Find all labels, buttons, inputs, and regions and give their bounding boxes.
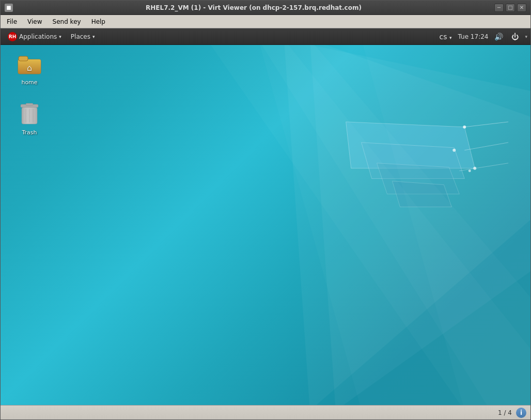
svg-text:⌂: ⌂: [27, 63, 32, 73]
svg-rect-22: [26, 103, 33, 105]
applications-menu-button[interactable]: RH Applications ▾: [4, 31, 66, 42]
minimize-button[interactable]: −: [494, 4, 504, 12]
menu-file[interactable]: File: [3, 17, 21, 26]
power-icon[interactable]: ⏻: [509, 32, 521, 42]
title-bar: ■ RHEL7.2_VM (1) - Virt Viewer (on dhcp-…: [1, 1, 530, 15]
desktop-background: [1, 45, 530, 405]
svg-rect-27: [22, 107, 37, 124]
page-indicator: 1 / 4: [498, 409, 512, 416]
desktop-icons: ⌂ home: [11, 50, 48, 138]
trash-icon-svg: [19, 103, 40, 127]
window-frame: ■ RHEL7.2_VM (1) - Virt Viewer (on dhcp-…: [0, 0, 531, 420]
panel-menu-arrow: ▾: [525, 34, 527, 39]
desktop: ⌂ home: [1, 45, 530, 405]
close-button[interactable]: ✕: [517, 4, 526, 12]
window-title: RHEL7.2_VM (1) - Virt Viewer (on dhcp-2-…: [13, 4, 494, 11]
restore-button[interactable]: □: [506, 4, 515, 12]
menu-bar: File View Send key Help: [1, 15, 530, 28]
gnome-panel: RH Applications ▾ Places ▾ cs ▾ Tue 17:2…: [1, 28, 530, 45]
redhat-icon: RH: [8, 32, 17, 41]
window-icon: ■: [5, 4, 13, 12]
places-label: Places: [71, 33, 90, 40]
panel-left: RH Applications ▾ Places ▾: [4, 31, 99, 42]
applications-label: Applications: [19, 33, 57, 40]
trash-icon-label: Trash: [22, 129, 37, 136]
home-folder-icon[interactable]: ⌂ home: [11, 50, 48, 88]
status-bar: 1 / 4 i: [1, 405, 530, 419]
language-selector[interactable]: cs ▾: [438, 32, 454, 42]
panel-right: cs ▾ Tue 17:24 🔊 ⏻ ▾: [438, 32, 527, 42]
home-icon-label: home: [21, 79, 37, 86]
info-button[interactable]: i: [516, 408, 526, 418]
home-folder-svg: ⌂: [17, 53, 42, 76]
volume-icon[interactable]: 🔊: [492, 32, 505, 42]
panel-clock[interactable]: Tue 17:24: [458, 33, 489, 40]
places-menu-button[interactable]: Places ▾: [67, 32, 99, 41]
menu-view[interactable]: View: [23, 17, 46, 26]
places-arrow: ▾: [92, 34, 95, 39]
menu-send-key[interactable]: Send key: [49, 17, 85, 26]
svg-rect-19: [19, 56, 28, 61]
window-controls: − □ ✕: [494, 4, 526, 12]
trash-icon[interactable]: Trash: [11, 100, 48, 138]
applications-arrow: ▾: [59, 34, 61, 39]
menu-help[interactable]: Help: [87, 17, 110, 26]
